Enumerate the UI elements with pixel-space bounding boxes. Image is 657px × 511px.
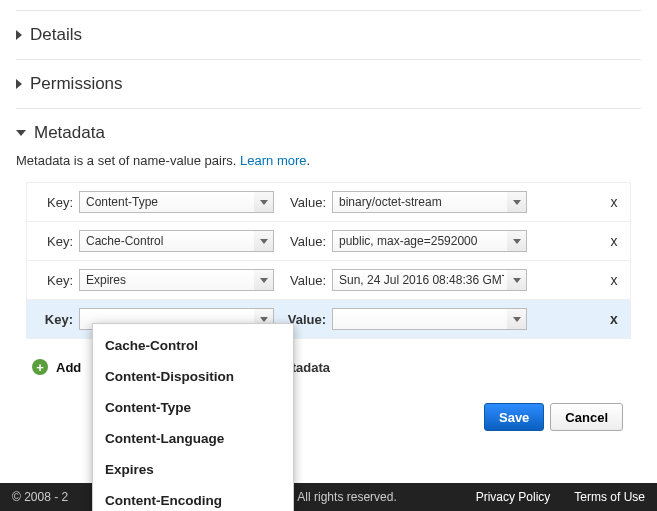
key-dropdown-button[interactable] <box>254 191 274 213</box>
value-dropdown-button[interactable] <box>507 191 527 213</box>
plus-icon: + <box>32 359 48 375</box>
chevron-right-icon <box>16 30 22 40</box>
remove-row-button[interactable]: x <box>604 272 624 288</box>
cancel-button[interactable]: Cancel <box>550 403 623 431</box>
key-option[interactable]: Cache-Control <box>93 330 293 361</box>
chevron-down-icon <box>513 317 521 322</box>
key-option[interactable]: Content-Encoding <box>93 485 293 511</box>
key-label: Key: <box>33 273 73 288</box>
metadata-row: Key: Value: x <box>27 222 630 261</box>
value-input[interactable] <box>332 308 527 330</box>
key-input[interactable] <box>79 230 274 252</box>
value-input[interactable] <box>332 230 527 252</box>
learn-more-link[interactable]: Learn more <box>240 153 306 168</box>
key-label: Key: <box>33 234 73 249</box>
privacy-policy-link[interactable]: Privacy Policy <box>476 490 551 504</box>
key-suggestions-dropdown: Cache-Control Content-Disposition Conten… <box>92 323 294 511</box>
chevron-down-icon <box>513 239 521 244</box>
section-title-details: Details <box>30 25 82 45</box>
key-option[interactable]: Expires <box>93 454 293 485</box>
value-label: Value: <box>280 273 326 288</box>
key-option[interactable]: Content-Type <box>93 392 293 423</box>
metadata-desc-text: Metadata is a set of name-value pairs. <box>16 153 240 168</box>
value-dropdown-button[interactable] <box>507 308 527 330</box>
remove-row-button[interactable]: x <box>604 311 624 327</box>
terms-of-use-link[interactable]: Terms of Use <box>574 490 645 504</box>
section-toggle-permissions[interactable]: Permissions <box>16 70 641 98</box>
value-dropdown-button[interactable] <box>507 269 527 291</box>
key-input[interactable] <box>79 269 274 291</box>
value-dropdown-button[interactable] <box>507 230 527 252</box>
remove-row-button[interactable]: x <box>604 233 624 249</box>
metadata-row: Key: Value: x <box>27 183 630 222</box>
key-input[interactable] <box>79 191 274 213</box>
add-metadata-button[interactable]: Add <box>56 360 81 375</box>
value-input[interactable] <box>332 191 527 213</box>
metadata-row: Key: Value: x <box>27 261 630 300</box>
metadata-description: Metadata is a set of name-value pairs. L… <box>16 153 641 168</box>
section-title-permissions: Permissions <box>30 74 123 94</box>
key-dropdown-button[interactable] <box>254 269 274 291</box>
metadata-desc-suffix: . <box>307 153 311 168</box>
key-option[interactable]: Content-Disposition <box>93 361 293 392</box>
chevron-down-icon <box>513 278 521 283</box>
footer-copyright-left: © 2008 - 2 <box>12 490 68 504</box>
section-title-metadata: Metadata <box>34 123 105 143</box>
chevron-down-icon <box>260 200 268 205</box>
chevron-down-icon <box>513 200 521 205</box>
section-toggle-details[interactable]: Details <box>16 21 641 49</box>
key-dropdown-button[interactable] <box>254 230 274 252</box>
key-option[interactable]: Content-Language <box>93 423 293 454</box>
value-label: Value: <box>280 195 326 210</box>
key-label: Key: <box>33 195 73 210</box>
chevron-down-icon <box>260 317 268 322</box>
key-label: Key: <box>33 312 73 327</box>
save-button[interactable]: Save <box>484 403 544 431</box>
value-input[interactable] <box>332 269 527 291</box>
chevron-down-icon <box>260 239 268 244</box>
chevron-down-icon <box>260 278 268 283</box>
chevron-right-icon <box>16 79 22 89</box>
value-label: Value: <box>280 234 326 249</box>
section-toggle-metadata[interactable]: Metadata <box>16 119 641 147</box>
remove-row-button[interactable]: x <box>604 194 624 210</box>
chevron-down-icon <box>16 130 26 136</box>
